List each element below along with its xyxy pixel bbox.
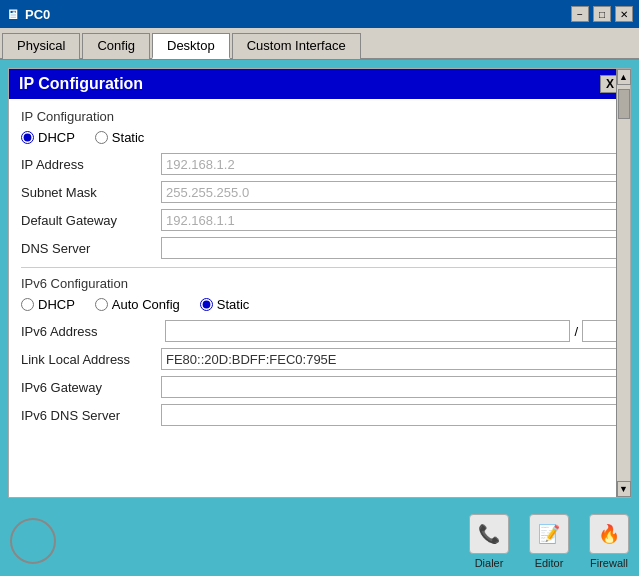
ipv4-radio-row: DHCP Static [21,130,618,145]
ipv4-section-label: IP Configuration [21,109,618,124]
firewall-icon-graphic: 🔥 [589,514,629,554]
ipv6-auto-radio[interactable] [95,298,108,311]
editor-label: Editor [535,557,564,569]
minimize-button[interactable]: − [571,6,589,22]
firewall-icon[interactable]: 🔥 Firewall [589,514,629,569]
default-gateway-input[interactable] [161,209,618,231]
scroll-down-button[interactable]: ▼ [617,481,631,497]
dhcp-label: DHCP [38,130,75,145]
title-bar-left: 🖥 PC0 [6,7,50,22]
scrollbar-track: ▲ ▼ [616,69,630,497]
link-local-label: Link Local Address [21,352,161,367]
tab-custom-interface[interactable]: Custom Interface [232,33,361,59]
maximize-button[interactable]: □ [593,6,611,22]
ipv6-gateway-label: IPv6 Gateway [21,380,161,395]
ipv6-static-radio[interactable] [200,298,213,311]
main-content: IP Configuration X IP Configuration DHCP… [0,60,639,576]
static-radio[interactable] [95,131,108,144]
tab-config[interactable]: Config [82,33,150,59]
ipv6-dhcp-label: DHCP [38,297,75,312]
ip-config-header: IP Configuration X [9,69,630,99]
ipv6-dns-label: IPv6 DNS Server [21,408,161,423]
pc-icon: 🖥 [6,7,19,22]
ipv6-dhcp-radio-label[interactable]: DHCP [21,297,75,312]
ipv6-section-label: IPv6 Configuration [21,276,618,291]
dns-server-input[interactable] [161,237,618,259]
ipv6-radio-row: DHCP Auto Config Static [21,297,618,312]
close-button[interactable]: ✕ [615,6,633,22]
ipv6-dhcp-radio[interactable] [21,298,34,311]
dns-server-label: DNS Server [21,241,161,256]
title-bar-controls: − □ ✕ [571,6,633,22]
ipv6-gateway-input[interactable] [161,376,618,398]
ip-config-title: IP Configuration [19,75,143,93]
ipv6-gateway-row: IPv6 Gateway [21,376,618,398]
static-radio-label[interactable]: Static [95,130,145,145]
dialer-icon-graphic: 📞 [469,514,509,554]
editor-icon-graphic: 📝 [529,514,569,554]
editor-icon[interactable]: 📝 Editor [529,514,569,569]
pc-icon-bottom[interactable] [10,518,56,564]
ip-address-label: IP Address [21,157,161,172]
title-bar: 🖥 PC0 − □ ✕ [0,0,639,28]
dns-server-row: DNS Server [21,237,618,259]
scroll-up-button[interactable]: ▲ [617,69,631,85]
ipv6-auto-radio-label[interactable]: Auto Config [95,297,180,312]
dhcp-radio-label[interactable]: DHCP [21,130,75,145]
tab-physical[interactable]: Physical [2,33,80,59]
link-local-row: Link Local Address [21,348,618,370]
pc-icon-graphic [10,518,56,564]
ip-config-body: IP Configuration DHCP Static IP Address [9,99,630,440]
firewall-label: Firewall [590,557,628,569]
ipv6-slash: / [574,324,578,339]
ip-config-panel: IP Configuration X IP Configuration DHCP… [8,68,631,498]
window-title: PC0 [25,7,50,22]
ipv6-address-input[interactable] [165,320,570,342]
default-gateway-row: Default Gateway [21,209,618,231]
divider [21,267,618,268]
default-gateway-label: Default Gateway [21,213,161,228]
subnet-mask-input[interactable] [161,181,618,203]
ipv6-static-radio-label[interactable]: Static [200,297,250,312]
tab-desktop[interactable]: Desktop [152,33,230,59]
ipv6-prefix-input[interactable] [582,320,618,342]
ipv6-static-label: Static [217,297,250,312]
subnet-mask-label: Subnet Mask [21,185,161,200]
dialer-label: Dialer [475,557,504,569]
ip-address-row: IP Address [21,153,618,175]
static-label: Static [112,130,145,145]
tab-bar: Physical Config Desktop Custom Interface [0,28,639,60]
ipv6-auto-label: Auto Config [112,297,180,312]
ipv6-dns-input[interactable] [161,404,618,426]
subnet-mask-row: Subnet Mask [21,181,618,203]
dialer-icon[interactable]: 📞 Dialer [469,514,509,569]
ip-address-input[interactable] [161,153,618,175]
ipv6-address-row: IPv6 Address / [21,320,618,342]
link-local-input[interactable] [161,348,618,370]
ipv6-dns-row: IPv6 DNS Server [21,404,618,426]
ipv6-address-label: IPv6 Address [21,324,161,339]
dhcp-radio[interactable] [21,131,34,144]
bottom-bar: 📞 Dialer 📝 Editor 🔥 Firewall [0,506,639,576]
scroll-thumb[interactable] [618,89,630,119]
